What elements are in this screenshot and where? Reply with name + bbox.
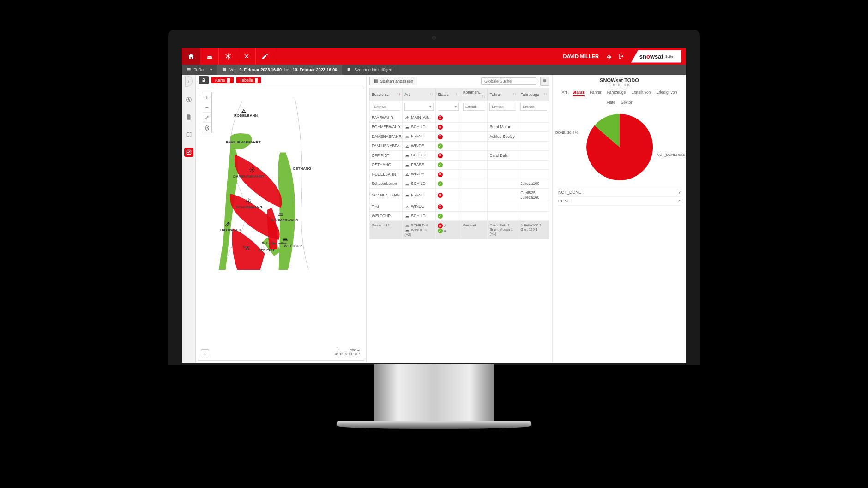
map-back-button[interactable]: ‹ (201, 349, 209, 357)
filter-vehicle[interactable] (520, 103, 547, 111)
pie-not-label: NOT_DONE: 63.6 % (657, 153, 686, 157)
map-label: BÖHMERWALD (271, 218, 298, 222)
map-label: BAYRWALD (220, 228, 241, 232)
overview-tab[interactable]: Art (562, 90, 567, 96)
global-search-input[interactable] (484, 79, 536, 83)
overview-tab[interactable]: Fahrzeuge (607, 90, 626, 96)
rail-map-icon[interactable] (184, 130, 193, 139)
zoom-in-button[interactable]: + (202, 92, 211, 102)
settings-icon[interactable] (605, 53, 612, 60)
expand-rail-button[interactable]: › (185, 76, 193, 87)
svg-rect-2 (187, 71, 191, 71)
svg-point-11 (247, 200, 249, 202)
col-status[interactable]: Status↑↓ (435, 88, 461, 101)
logout-icon[interactable] (618, 53, 625, 60)
overview-subtitle: ÜBERBLICK (557, 83, 681, 87)
filter-art[interactable]: ▾ (404, 103, 433, 111)
svg-rect-1 (187, 69, 191, 70)
col-driver[interactable]: Fahrer↑↓ (488, 88, 518, 101)
table-row[interactable]: SONNENHANGFRÄSE✕Gretl525Julietta160 (370, 189, 549, 202)
table-row[interactable]: RODELBAHNWINDE✕ (370, 170, 549, 179)
rail-document-icon[interactable] (184, 113, 193, 122)
legend-row: DONE4 (557, 197, 681, 206)
table-row[interactable]: OSTHANGFRÄSE✓ (370, 160, 549, 170)
pie-done-label: DONE: 36.4 % (555, 131, 578, 135)
map-groomer-icon (277, 210, 284, 217)
date-range-picker[interactable]: Von 9. Februar 2023 16:00 bis 10. Februa… (217, 65, 342, 75)
user-name-label: DAVID MILLER (563, 54, 598, 59)
add-scenario-button[interactable]: Szenario hinzufügen (342, 65, 397, 75)
svg-rect-6 (348, 68, 350, 71)
overview-tab[interactable]: Status (573, 90, 585, 96)
overview-legend: NOT_DONE7DONE4 (557, 188, 681, 206)
table-row[interactable]: BAYRWALDMAINTAIN✕ (370, 113, 549, 123)
table-row[interactable]: WELTCUPSCHILD✓ (370, 211, 549, 221)
map-winch-icon (241, 107, 247, 114)
table-row[interactable]: TestWINDE✕ (370, 202, 549, 212)
tab-map[interactable]: Karte (211, 77, 234, 83)
map-label: RODELBAHN (234, 113, 258, 118)
layers-button[interactable] (202, 123, 211, 133)
map-scale: 200 m 49.1276, 13.1407 (335, 347, 361, 356)
map-label: WELTCUP (284, 244, 302, 248)
map-label: Test (242, 245, 250, 249)
filter-name[interactable] (372, 103, 400, 111)
nav-snowflake-icon[interactable] (219, 48, 237, 65)
col-art[interactable]: Art↑↓ (403, 88, 435, 101)
col-name[interactable]: Bezeich…↑↓ (370, 88, 403, 101)
svg-rect-0 (187, 68, 191, 69)
overview-title: SNOWsat TODO (557, 77, 681, 83)
col-comment[interactable]: Kommen…↑↓ (461, 88, 488, 101)
table-row[interactable]: DAMENABFAHRFRÄSE✕Ashlee Seeley (370, 132, 549, 142)
map-gear-icon (245, 198, 252, 204)
overview-tab[interactable]: Sektor (621, 100, 633, 106)
svg-rect-13 (375, 79, 376, 83)
ski-map[interactable]: RODELBAHNFAMILIENABFAHRTDAMENABFAHRTSONN… (198, 88, 364, 361)
zoom-fit-button[interactable]: ⤢ (202, 113, 211, 123)
svg-rect-5 (225, 68, 225, 69)
map-label: OFF PIST (258, 248, 275, 252)
map-label: DAMENABFAHRT (233, 174, 265, 179)
overview-tabs: ArtStatusFahrerFahrzeugeErstellt vonErle… (557, 90, 681, 106)
map-label: SONNENHANG (236, 205, 263, 209)
svg-rect-4 (223, 68, 224, 69)
svg-rect-14 (376, 79, 378, 83)
svg-rect-3 (223, 68, 226, 71)
brand-logo: snowsat Suite (631, 50, 681, 63)
tab-table[interactable]: Tabelle (236, 77, 262, 83)
table-row[interactable]: FAMILIENABFAWINDE✓ (370, 141, 549, 151)
table-row[interactable]: SchubarbeitenSCHILD✓Julietta160 (370, 179, 549, 189)
filter-driver[interactable] (489, 103, 516, 111)
export-button[interactable] (540, 77, 549, 86)
nav-groomer-icon[interactable] (200, 48, 219, 65)
filter-subbar: ToDo ▾ Von 9. Februar 2023 16:00 bis 10.… (182, 65, 686, 75)
overview-tab[interactable]: Erstellt von (631, 90, 651, 96)
nav-home-icon[interactable] (182, 48, 200, 65)
overview-tab[interactable]: Fahrer (590, 90, 602, 96)
lock-icon[interactable] (199, 76, 209, 84)
map-gear-icon (249, 167, 255, 173)
filter-status[interactable]: ▾ (438, 103, 459, 111)
col-vehicle[interactable]: Fahrzeuge↑↓ (518, 88, 549, 101)
map-zoom-controls: + − ⤢ (202, 92, 212, 133)
svg-point-10 (251, 169, 253, 171)
overview-tab[interactable]: Erledigt von (656, 90, 677, 96)
adjust-columns-button[interactable]: Spalten anpassen (369, 77, 417, 85)
filter-comment[interactable] (463, 103, 486, 111)
nav-tools-icon[interactable] (237, 48, 256, 65)
legend-row: NOT_DONE7 (557, 188, 681, 197)
map-label: FAMILIENABFAHRT (226, 140, 261, 144)
nav-edit-icon[interactable] (256, 48, 274, 65)
todo-dropdown[interactable]: ToDo ▾ (182, 65, 217, 75)
rail-checklist-icon[interactable] (184, 148, 193, 157)
app-topbar: DAVID MILLER snowsat Suite (182, 48, 686, 65)
overview-tab[interactable]: Piste (607, 100, 615, 106)
table-summary-row: Gesamt 11SCHILD 4WINDE 3(+2)✕ 7✓ 4Gesamt… (370, 221, 549, 239)
table-row[interactable]: BÖHMERWALDSCHILD✕Brent Moran (370, 122, 549, 132)
zoom-out-button[interactable]: − (202, 102, 211, 113)
table-row[interactable]: OFF PISTSCHILD✕Carol Belz (370, 151, 549, 161)
global-search[interactable] (481, 77, 536, 85)
rail-compass-icon[interactable] (184, 95, 193, 104)
status-pie-chart: DONE: 36.4 % NOT_DONE: 63.6 % (557, 110, 681, 184)
svg-rect-12 (374, 79, 375, 83)
